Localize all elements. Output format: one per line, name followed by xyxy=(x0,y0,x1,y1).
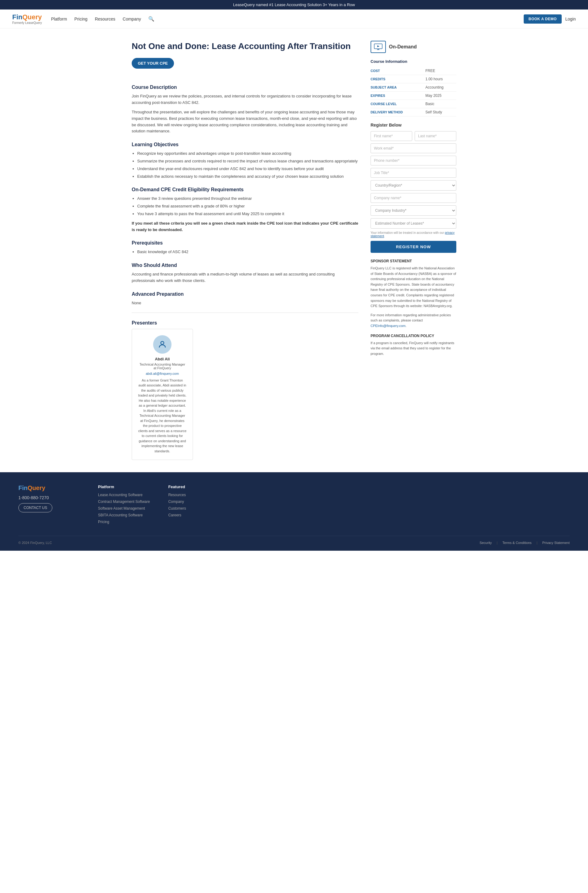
footer-terms-link[interactable]: Terms & Conditions xyxy=(502,541,532,544)
footer-security-link[interactable]: Security xyxy=(480,541,492,544)
main-content: Not One and Done: Lease Accounting After… xyxy=(126,29,462,472)
footer-privacy-link[interactable]: Privacy Statement xyxy=(542,541,570,544)
contact-us-button[interactable]: CONTACT US xyxy=(18,503,52,513)
course-cost-value: FREE xyxy=(425,67,456,75)
footer-link-resources[interactable]: Resources xyxy=(168,493,217,497)
logo-fin: Fin xyxy=(12,13,22,21)
get-cpe-button[interactable]: GET YOUR CPE xyxy=(132,58,174,69)
nav-pricing[interactable]: Pricing xyxy=(74,17,88,21)
company-name-field[interactable] xyxy=(370,193,456,203)
footer-link-customers[interactable]: Customers xyxy=(168,506,217,511)
nav-resources[interactable]: Resources xyxy=(95,17,116,21)
footer-link-software-asset[interactable]: Software Asset Management xyxy=(98,506,150,511)
list-item: Complete the final assessment with a gra… xyxy=(137,203,358,210)
footer-logo-query: Query xyxy=(28,484,45,491)
list-item: Answer the 3 review questions presented … xyxy=(137,195,358,202)
divider xyxy=(132,313,358,313)
prerequisites-heading: Prerequisites xyxy=(132,240,358,246)
footer-link-contract-management[interactable]: Contract Management Software xyxy=(98,499,150,504)
logo-subtitle: Formerly LeaseQuery xyxy=(12,21,42,24)
logo-query: Query xyxy=(22,13,42,21)
presenter-name: Abdi Ali xyxy=(138,357,186,361)
course-subject-label: SUBJECT AREA xyxy=(370,83,425,92)
course-credits-value: 1.00 hours xyxy=(425,75,456,83)
footer-copyright: © 2024 FinQuery, LLC xyxy=(18,541,52,544)
list-item: Basic knowledge of ASC 842 xyxy=(137,249,358,255)
course-expires-value: May 2025 xyxy=(425,92,456,100)
presenter-card: Abdi Ali Technical Accounting Manager at… xyxy=(132,329,193,460)
course-description-para2: Throughout the presentation, we will exp… xyxy=(132,109,358,135)
footer-link-careers[interactable]: Careers xyxy=(168,513,217,517)
cancellation-text: If a program is cancelled, FinQuery will… xyxy=(370,340,456,357)
table-row: CREDITS 1.00 hours xyxy=(370,75,456,83)
course-expires-label: EXPIRES xyxy=(370,92,425,100)
course-delivery-label: DELIVERY METHOD xyxy=(370,108,425,116)
right-sidebar: On-Demand Course Information COST FREE C… xyxy=(370,41,456,460)
list-item: Understand the year-end disclosures requ… xyxy=(137,166,358,172)
phone-field[interactable] xyxy=(370,156,456,165)
presenter-title: Technical Accounting Manager at FinQuery xyxy=(138,362,186,370)
presenter-bio: As a former Grant Thornton audit associa… xyxy=(138,378,186,454)
course-credits-label: CREDITS xyxy=(370,75,425,83)
footer-platform-title: Platform xyxy=(98,484,150,489)
footer-featured-col: Featured Resources Company Customers Car… xyxy=(168,484,217,526)
course-info-table: COST FREE CREDITS 1.00 hours SUBJECT ARE… xyxy=(370,67,456,116)
course-level-value: Basic xyxy=(425,100,456,108)
cancellation-title: PROGRAM CANCELLATION POLICY xyxy=(370,334,456,338)
list-item: You have 3 attempts to pass the final as… xyxy=(137,211,358,217)
first-name-field[interactable] xyxy=(370,131,412,141)
search-icon[interactable]: 🔍 xyxy=(148,16,154,22)
footer-featured-title: Featured xyxy=(168,484,217,489)
footer-bottom: © 2024 FinQuery, LLC Security | Terms & … xyxy=(18,536,570,544)
footer-link-lease-accounting[interactable]: Lease Accounting Software xyxy=(98,493,150,497)
estimated-leases-select[interactable]: Estimated Number of Leases* xyxy=(370,218,456,229)
footer-link-pricing[interactable]: Pricing xyxy=(98,520,150,524)
sponsor-text: FinQuery LLC is registered with the Nati… xyxy=(370,266,456,309)
footer-logo: FinQuery xyxy=(18,484,80,492)
logo: FinQuery Formerly LeaseQuery xyxy=(12,13,42,24)
footer-top: FinQuery 1-800-880-7270 CONTACT US Platf… xyxy=(18,484,570,526)
on-demand-icon xyxy=(370,41,386,53)
header-right: BOOK A DEMO Login xyxy=(524,14,576,24)
book-demo-button[interactable]: BOOK A DEMO xyxy=(524,14,562,24)
presenter-email[interactable]: abdi.ali@finquery.com xyxy=(138,372,186,376)
footer: FinQuery 1-800-880-7270 CONTACT US Platf… xyxy=(0,472,588,551)
sponsor-more-info: For more information regarding administr… xyxy=(370,313,456,329)
footer-link-sbita[interactable]: SBITA Accounting Software xyxy=(98,513,150,517)
cpe-bold-note: If you meet all these criteria you will … xyxy=(132,220,358,233)
logo-wordmark: FinQuery xyxy=(12,13,42,21)
list-item: Summarize the processes and controls req… xyxy=(137,158,358,165)
who-should-attend-heading: Who Should Attend xyxy=(132,263,358,268)
nav: Platform Pricing Resources Company 🔍 xyxy=(51,16,524,22)
presenters-heading: Presenters xyxy=(132,320,358,326)
course-subject-value: Accounting xyxy=(425,83,456,92)
footer-logo-fin: Fin xyxy=(18,484,28,491)
footer-link-company[interactable]: Company xyxy=(168,499,217,504)
page-title: Not One and Done: Lease Accounting After… xyxy=(132,41,358,52)
register-now-button[interactable]: REGISTER NOW xyxy=(370,241,456,253)
work-email-field[interactable] xyxy=(370,143,456,153)
job-title-field[interactable] xyxy=(370,168,456,178)
name-row xyxy=(370,131,456,141)
list-item: Recognize key opportunities and advantag… xyxy=(137,150,358,157)
nav-platform[interactable]: Platform xyxy=(51,17,67,21)
prerequisites-list: Basic knowledge of ASC 842 xyxy=(137,249,358,255)
last-name-field[interactable] xyxy=(415,131,456,141)
course-description-para1: Join FinQuery as we review the policies,… xyxy=(132,93,358,106)
course-info-title: Course Information xyxy=(370,59,456,64)
country-select[interactable]: Country/Region* xyxy=(370,180,456,191)
learning-objectives-heading: Learning Objectives xyxy=(132,142,358,147)
cpe-requirements-list: Answer the 3 review questions presented … xyxy=(137,195,358,217)
footer-logo-col: FinQuery 1-800-880-7270 CONTACT US xyxy=(18,484,80,526)
register-title: Register Below xyxy=(370,123,456,128)
nav-company[interactable]: Company xyxy=(123,17,141,21)
login-button[interactable]: Login xyxy=(566,17,576,21)
course-delivery-value: Self Study xyxy=(425,108,456,116)
course-cost-label: COST xyxy=(370,67,425,75)
sponsor-email-link[interactable]: CPEInfo@finquery.com xyxy=(370,324,405,328)
who-should-attend-text: Accounting and finance professionals wit… xyxy=(132,271,358,284)
table-row: COURSE LEVEL Basic xyxy=(370,100,456,108)
left-column: Not One and Done: Lease Accounting After… xyxy=(132,41,358,460)
company-industry-select[interactable]: Company Industry* xyxy=(370,205,456,216)
cpe-requirements-heading: On-Demand CPE Credit Eligibility Require… xyxy=(132,187,358,192)
